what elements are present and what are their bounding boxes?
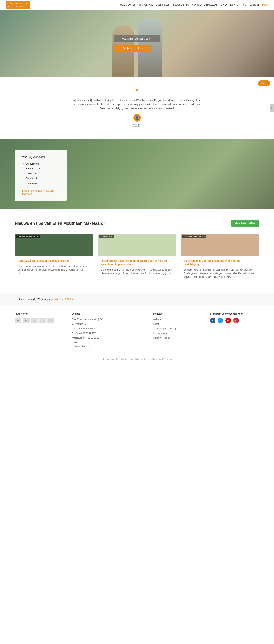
news-body-1: Huizentrends 2025: Verhoog de waarde van… (98, 256, 176, 278)
news-section: Nieuws en tips van Ellen Mouthaan Makela… (0, 209, 274, 293)
partner-logo-1: p1 (15, 318, 21, 322)
footer-telefoon-label: Telefoon (71, 332, 81, 334)
footer-newsletter-col: Schrijf u in voor onze nieuwsbrief f t ▶… (210, 312, 259, 349)
nav-item-onze-diensten[interactable]: ONZE DIENSTEN (120, 4, 136, 6)
news-excerpt-2: Een huis kopen is natuurlijk een spannen… (184, 268, 256, 279)
contact-whatsapp-label: WhatsApp ons (37, 298, 53, 300)
news-card[interactable]: AANKOOPBEGELEIDING Zo bereid jij je voor… (181, 234, 259, 282)
footer-dienst-link[interactable]: Privacyverklaring (153, 336, 202, 340)
hero-section: Wat kunnen wij voor u doen? Bekijk onze … (0, 10, 274, 77)
hero-question-button[interactable]: Wat kunnen wij voor u doen? (114, 35, 160, 42)
twitter-icon[interactable]: t (218, 318, 223, 323)
testimonial-role: Verkoper (15, 123, 259, 126)
quote-mark: “ (15, 88, 259, 95)
news-title-1: Huizentrends 2025: Verhoog de waarde van… (101, 259, 173, 266)
partner-logo-4: p4 (39, 318, 46, 322)
nav-item-ons-verhaal[interactable]: ONS VERHAAL (139, 4, 153, 6)
values-more-link[interactable]: Lees meer over Ellen Mouthaan Makelaardi… (22, 190, 54, 195)
footer-dienst-link[interactable]: Huis verhuren (153, 332, 202, 335)
testimonial-location: Naarden/S (15, 126, 259, 128)
instagram-icon[interactable]: ● (233, 318, 239, 323)
footer-partners-col: Partners van p1 p2 p3 p4 p5 (15, 312, 64, 349)
footer-dienst-link[interactable]: Verkopen (153, 318, 202, 321)
footer-bottom-text: Ellen Mouthaan Makelaardij – Uw makelaar… (15, 358, 259, 360)
testimonial-section: Chat ▶ “ Wij hebben een fijn verkooptraj… (0, 77, 274, 139)
values-item-label: Daadkracht (26, 177, 38, 180)
news-title-2: Zo bereid jij je voor op een succesvolle… (184, 259, 256, 266)
values-item: ✓Enthousiasme (22, 166, 59, 171)
values-item: ✓Betrokken (22, 181, 59, 186)
values-item-label: Betrokken (26, 182, 37, 184)
nav-item-nieuws-en-tips[interactable]: NIEUWS EN TIPS (173, 4, 189, 6)
slider-next-arrow[interactable]: ▶ (270, 104, 274, 112)
contact-phone[interactable]: 06 - 19 19 50 60 (55, 298, 73, 300)
values-item-label: Enthousiasme (26, 167, 41, 170)
footer-dienst-link[interactable]: Taxatierapport aanvragen (153, 327, 202, 330)
news-image-0: ACHTER DE SCHERMEN (15, 234, 93, 256)
nav-item-erven[interactable]: ERVEN (221, 4, 228, 6)
chat-label: Chat (261, 82, 265, 84)
logo[interactable]: ellen mouthaan makelaardij (5, 2, 30, 8)
news-tag-1: HUIZEMARKT (99, 236, 114, 238)
logo-name: ellen mouthaan (7, 3, 28, 5)
footer-diensten-col: Diensten VerkopenKopenTaxatierapport aan… (153, 312, 202, 349)
social-icons: f t ▶ ● (210, 318, 259, 323)
logo-box: ellen mouthaan makelaardij (5, 2, 30, 8)
nav-item-contact[interactable]: CONTACT (250, 4, 259, 6)
avatar-icon: 👤 (135, 116, 139, 120)
partner-logo-3: p3 (31, 318, 38, 322)
values-list: ✓Duidelijkheid✓Enthousiasme✓Creativiteit… (22, 162, 59, 186)
facebook-icon[interactable]: f (210, 318, 216, 323)
values-title: Waar wij voor staan (22, 156, 59, 158)
footer-bottom: Ellen Mouthaan Makelaardij – Uw makelaar… (15, 355, 259, 360)
news-image-1: HUIZEMARKT (98, 234, 176, 256)
partner-logos: p1 p2 p3 p4 p5 (15, 318, 64, 322)
footer-whatsapp-number: 06 - 19 19 50 60 (83, 336, 99, 339)
footer-email-link[interactable]: info@mouthaan.nl (71, 344, 146, 348)
news-tag-0: ACHTER DE SCHERMEN (16, 236, 40, 238)
footer-email: E-mail info@mouthaan.nl (71, 341, 146, 348)
footer-whatsapp-label: WhatsApp (71, 336, 82, 339)
hero-houses-button[interactable]: Bekijk onze huizen (114, 44, 151, 52)
news-excerpt-0: Een kerstgroet van ons voor jou! Het is … (18, 264, 90, 275)
news-header: Nieuws en tips van Ellen Mouthaan Makela… (15, 220, 259, 226)
testimonial-text: Wij hebben een fijn verkooptraject gehad… (72, 98, 202, 110)
nav-item-monumentenmakelaar[interactable]: MONUMENTENMAKELAAR (192, 4, 218, 6)
partner-logo-2: p2 (23, 318, 29, 322)
news-body-0: Kerst 2024 bij Ellen Mouthaan Makelaardi… (15, 256, 93, 278)
footer-company-name: Ellen Mouthaan Makelaardij BV (71, 318, 146, 321)
values-item: ✓Daadkracht (22, 176, 59, 181)
nav-item-login[interactable]: LOGIN (262, 4, 269, 6)
main-nav: ONZE DIENSTENONS VERHAALONZE HUIZENNIEUW… (120, 4, 269, 6)
site-header: ellen mouthaan makelaardij ONZE DIENSTEN… (0, 0, 274, 10)
nav-item-expats[interactable]: EXPATS (230, 4, 238, 6)
all-articles-button[interactable]: Alle artikelen bekijken (231, 220, 259, 226)
footer-telefoon: Telefoon 035-69 42 757 (71, 332, 146, 335)
orange-underline (15, 228, 20, 228)
news-title: Nieuws en tips van Ellen Mouthaan Makela… (15, 221, 106, 226)
news-tag-2: AANKOOPBEGELEIDING (182, 236, 206, 238)
nav-item-onze-huizen[interactable]: ONZE HUIZEN (156, 4, 170, 6)
hero-cta-area: Wat kunnen wij voor u doen? Bekijk onze … (114, 35, 160, 52)
chat-online-dot (266, 82, 268, 84)
news-card[interactable]: HUIZEMARKT Huizentrends 2025: Verhoog de… (98, 234, 176, 282)
footer-diensten-title: Diensten (153, 312, 202, 315)
check-icon: ✓ (22, 162, 24, 165)
youtube-icon[interactable]: ▶ (225, 318, 231, 323)
check-icon: ✓ (22, 182, 24, 184)
footer-newsletter-title: Schrijf u in voor onze nieuwsbrief (210, 312, 259, 315)
footer-contact-col: Contact Ellen Mouthaan Makelaardij BV Ma… (71, 312, 146, 349)
values-item: ✓Duidelijkheid (22, 162, 59, 166)
news-grid: ACHTER DE SCHERMEN Kerst 2024 bij Ellen … (15, 234, 259, 282)
footer-telefoon-number: 035-69 42 757 (81, 332, 95, 334)
footer-contact-title: Contact (71, 312, 146, 315)
nav-item-f.a.q.[interactable]: F.A.Q. (241, 4, 247, 6)
news-card[interactable]: ACHTER DE SCHERMEN Kerst 2024 bij Ellen … (15, 234, 93, 282)
contact-question-text: Heeft u een vraag? (15, 298, 35, 300)
footer-address: Marktstraat 15 (71, 322, 146, 326)
footer-whatsapp: WhatsApp 06 - 19 19 50 60 (71, 336, 146, 340)
chat-widget[interactable]: Chat (258, 80, 270, 86)
footer-dienst-link[interactable]: Kopen (153, 322, 202, 326)
footer-grid: Partners van p1 p2 p3 p4 p5 Contact Elle… (15, 312, 259, 349)
values-item-label: Duidelijkheid (26, 162, 39, 165)
